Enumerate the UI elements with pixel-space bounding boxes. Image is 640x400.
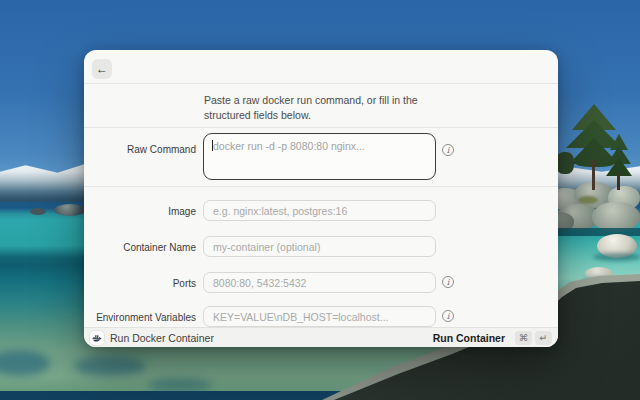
wallpaper-grass-tuft [578,196,598,204]
back-button[interactable]: ← [92,59,112,79]
environment-variables-input[interactable] [203,306,436,327]
ports-input[interactable] [203,272,436,293]
wallpaper-shore-rock [54,204,86,216]
description-divider [84,127,558,128]
raw-command-info-icon[interactable]: i [442,144,454,156]
wallpaper-shore-rock [30,208,46,215]
container-name-input[interactable] [203,236,436,257]
wallpaper-water-patch [148,378,212,392]
text-caret [212,140,213,151]
dialog-footer: Run Docker Container Run Container ⌘ ↵ [84,327,558,347]
image-input[interactable] [203,200,436,221]
run-container-action[interactable]: Run Container [433,332,505,344]
ports-label: Ports [84,278,196,289]
container-name-label: Container Name [84,242,196,253]
ports-info-icon[interactable]: i [442,276,454,288]
wallpaper-water-patch [74,356,146,376]
cmd-key-icon: ⌘ [515,331,532,345]
return-key-icon: ↵ [535,331,552,345]
dialog-description: Paste a raw docker run command, or fill … [204,93,466,123]
raw-command-textarea[interactable] [203,133,436,180]
environment-variables-label: Environment Variables [84,312,196,323]
wallpaper-pine-trunk [592,160,595,190]
image-label: Image [84,206,196,217]
wallpaper-pine-trunk [617,172,620,190]
raw-command-field-wrap [203,133,436,180]
raw-command-divider [84,186,558,187]
run-docker-container-dialog: ← Paste a raw docker run command, or fil… [84,50,558,347]
back-arrow-icon: ← [96,62,108,76]
header-divider [84,83,558,84]
environment-variables-info-icon[interactable]: i [442,310,454,322]
raw-command-label: Raw Command [84,144,196,155]
footer-command-name: Run Docker Container [110,332,433,344]
docker-extension-icon [90,331,104,345]
wallpaper-boulder-shadow [593,253,640,261]
